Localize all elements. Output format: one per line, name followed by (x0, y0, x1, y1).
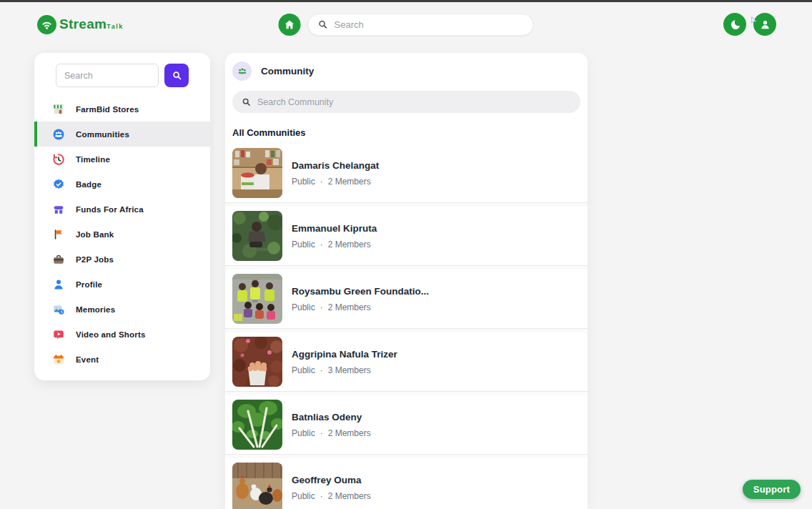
privacy-label: Public (292, 428, 315, 438)
members-count: 2 Members (328, 491, 371, 501)
video-play-icon (52, 328, 65, 341)
privacy-label: Public (292, 302, 315, 312)
community-group-icon (232, 61, 252, 81)
sidebar-item-event[interactable]: Event (34, 347, 210, 372)
sidebar-item-label: P2P Jobs (76, 255, 114, 264)
dot-separator: · (320, 428, 323, 438)
person-icon (52, 278, 65, 291)
sidebar-item-memories[interactable]: Memories (34, 297, 210, 322)
communities-icon (52, 128, 65, 141)
brand-name: Stream (59, 16, 107, 32)
header-search (308, 14, 534, 36)
community-avatar (232, 463, 282, 509)
community-avatar (232, 274, 282, 324)
sidebar-item-profile[interactable]: Profile (34, 272, 210, 297)
brand-logo[interactable]: Stream Talk (37, 15, 124, 34)
mouse-cursor (750, 16, 758, 25)
community-meta: Public · 2 Members (292, 491, 371, 501)
sidebar-item-label: Badge (76, 180, 102, 189)
left-sidebar: FarmBid Stores Communities Timeline Badg… (34, 53, 210, 380)
dot-separator: · (320, 177, 323, 187)
community-name: Emmanuel Kipruta (292, 223, 377, 234)
moon-icon (729, 19, 741, 31)
community-name: Roysambu Green Foundatio... (292, 286, 429, 297)
calendar-star-icon (52, 353, 65, 366)
privacy-label: Public (292, 365, 315, 375)
community-list-item[interactable]: Damaris Chelangat Public · 2 Members (225, 144, 588, 202)
community-meta: Public · 3 Members (292, 365, 397, 375)
community-meta: Public · 2 Members (292, 302, 429, 312)
section-title: All Communities (232, 127, 580, 138)
header-search-input[interactable] (335, 19, 524, 30)
storefront-icon (52, 103, 65, 116)
sidebar-item-label: Job Bank (76, 230, 114, 239)
flag-icon (52, 228, 65, 241)
dark-mode-button[interactable] (723, 13, 746, 36)
community-list-item[interactable]: Aggripina Nafula Trizer Public · 3 Membe… (225, 332, 588, 391)
sidebar-item-funds-for-africa[interactable]: Funds For Africa (34, 197, 210, 222)
sidebar-item-label: Video and Shorts (76, 330, 146, 339)
community-avatar (232, 211, 282, 261)
members-count: 2 Members (328, 428, 371, 438)
privacy-label: Public (292, 239, 315, 249)
verified-badge-icon (52, 178, 65, 191)
wifi-logo-icon (37, 15, 56, 34)
members-count: 2 Members (328, 177, 371, 187)
sidebar-item-job-bank[interactable]: Job Bank (34, 222, 210, 247)
sidebar-item-p2p-jobs[interactable]: P2P Jobs (34, 247, 210, 272)
home-icon (284, 19, 296, 31)
community-avatar (232, 337, 282, 387)
profile-icon (759, 19, 771, 31)
community-meta: Public · 2 Members (292, 428, 371, 438)
timeline-history-icon (52, 153, 65, 166)
privacy-label: Public (292, 177, 315, 187)
sidebar-item-label: FarmBid Stores (76, 105, 139, 114)
home-button[interactable] (279, 14, 301, 36)
community-name: Damaris Chelangat (292, 160, 379, 171)
sidebar-item-badge[interactable]: Badge (34, 172, 210, 197)
photo-clock-icon (52, 303, 65, 316)
sidebar-item-label: Timeline (76, 155, 110, 164)
community-list-item[interactable]: Emmanuel Kipruta Public · 2 Members (225, 207, 588, 265)
community-search-input[interactable] (257, 97, 571, 107)
community-meta: Public · 2 Members (292, 177, 379, 187)
sidebar-item-video-and-shorts[interactable]: Video and Shorts (34, 322, 210, 347)
search-icon (172, 70, 182, 81)
top-header: Stream Talk (0, 2, 812, 46)
community-name: Batnlias Odeny (292, 412, 371, 422)
search-icon (242, 97, 251, 107)
community-avatar (232, 400, 282, 450)
sidebar-search-button[interactable] (164, 64, 189, 87)
sidebar-item-label: Profile (76, 280, 102, 289)
page-title: Community (261, 66, 314, 76)
members-count: 3 Members (328, 365, 371, 375)
dot-separator: · (320, 491, 323, 501)
members-count: 2 Members (328, 239, 371, 249)
support-button[interactable]: Support (743, 480, 801, 499)
dot-separator: · (320, 239, 323, 249)
dot-separator: · (320, 365, 323, 375)
community-panel: Community All Communities Damaris Chelan… (225, 53, 588, 509)
sidebar-item-communities[interactable]: Communities (34, 122, 210, 147)
community-name: Aggripina Nafula Trizer (292, 349, 397, 360)
sidebar-item-label: Memories (76, 305, 115, 314)
community-meta: Public · 2 Members (292, 239, 377, 249)
sidebar-item-label: Communities (76, 130, 129, 139)
community-search (232, 91, 580, 113)
community-list-item[interactable]: Roysambu Green Foundatio... Public · 2 M… (225, 270, 588, 328)
sidebar-search-input[interactable] (56, 64, 159, 87)
privacy-label: Public (292, 491, 315, 501)
search-icon (318, 19, 328, 29)
community-list-item[interactable]: Batnlias Odeny Public · 2 Members (225, 395, 588, 454)
brand-suffix: Talk (107, 23, 124, 30)
funds-icon (52, 203, 65, 216)
sidebar-item-timeline[interactable]: Timeline (34, 147, 210, 172)
members-count: 2 Members (328, 302, 371, 312)
sidebar-item-farmbid-stores[interactable]: FarmBid Stores (34, 97, 210, 122)
community-list-item[interactable]: Geoffrey Ouma Public · 2 Members (225, 458, 588, 509)
sidebar-item-label: Event (76, 355, 99, 364)
dot-separator: · (320, 302, 323, 312)
sidebar-item-label: Funds For Africa (76, 205, 144, 214)
community-avatar (232, 148, 282, 198)
briefcase-icon (52, 253, 65, 266)
